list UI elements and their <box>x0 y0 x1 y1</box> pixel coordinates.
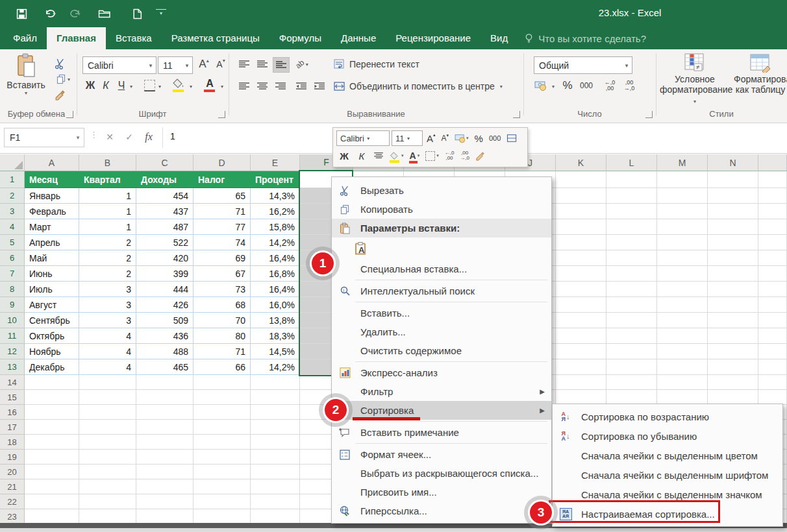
underline-dropdown-icon[interactable]: ▾ <box>127 80 135 92</box>
cell-B14[interactable] <box>79 375 136 390</box>
align-top-button[interactable] <box>236 57 252 71</box>
cell-C22[interactable] <box>136 494 194 509</box>
alignment-dialog-launcher-icon[interactable] <box>513 111 520 118</box>
tab-data[interactable]: Данные <box>331 27 386 49</box>
cell-stub7[interactable] <box>758 266 787 282</box>
cell-C6[interactable]: 420 <box>136 250 194 266</box>
cell-C20[interactable] <box>136 465 194 479</box>
mini-merge-button[interactable] <box>505 131 519 145</box>
cell-D3[interactable]: 71 <box>194 204 251 219</box>
mini-font-color-button[interactable]: А▾ <box>408 149 422 163</box>
number-dialog-launcher-icon[interactable] <box>645 111 653 118</box>
cell-A1[interactable]: Месяц <box>25 171 79 188</box>
row-header-1[interactable]: 1 <box>0 171 25 188</box>
cell-N3[interactable] <box>708 204 758 219</box>
insert-function-button[interactable]: fx <box>140 129 157 145</box>
cell-E2[interactable]: 14,3% <box>251 188 300 204</box>
cell-B17[interactable] <box>79 420 136 435</box>
cell-M8[interactable] <box>657 282 708 297</box>
enter-button[interactable]: ✓ <box>121 129 138 145</box>
cell-B19[interactable] <box>79 450 136 465</box>
cell-stub2[interactable] <box>758 188 787 204</box>
row-header-19[interactable]: 19 <box>0 450 25 465</box>
cell-C16[interactable] <box>136 405 194 420</box>
row-header-9[interactable]: 9 <box>0 297 25 313</box>
cell-N12[interactable] <box>708 344 758 359</box>
cell-D6[interactable]: 69 <box>194 250 251 266</box>
cell-C19[interactable] <box>136 450 194 465</box>
cell-E14[interactable] <box>251 375 300 390</box>
cell-C7[interactable]: 399 <box>136 266 194 282</box>
cell-B2[interactable]: 1 <box>79 188 136 204</box>
cell-A15[interactable] <box>25 390 79 405</box>
menu-item-delete[interactable]: Удалить... <box>332 322 551 341</box>
currency-button[interactable] <box>532 78 549 93</box>
cell-E23[interactable] <box>251 509 300 524</box>
cell-C13[interactable]: 465 <box>136 359 194 375</box>
cell-C12[interactable]: 488 <box>136 344 194 359</box>
cell-K6[interactable] <box>556 250 606 266</box>
cell-E21[interactable] <box>251 479 300 494</box>
mini-font-size-combo[interactable]: 11▾ <box>392 130 423 146</box>
cell-E8[interactable]: 16,4% <box>251 282 300 297</box>
cell-D15[interactable] <box>194 390 251 405</box>
cell-M11[interactable] <box>657 328 708 344</box>
cell-K12[interactable] <box>556 344 606 359</box>
submenu-item-font-color-first[interactable]: Сначала ячейки с выделенным шрифтом <box>553 465 782 485</box>
row-header-22[interactable]: 22 <box>0 494 25 509</box>
cell-stub14[interactable] <box>758 375 787 390</box>
column-header-E[interactable]: E <box>251 154 300 171</box>
cell-stub8[interactable] <box>758 282 787 297</box>
cut-button[interactable] <box>52 57 68 70</box>
cell-D21[interactable] <box>194 479 251 494</box>
font-dialog-launcher-icon[interactable] <box>218 111 225 118</box>
cell-L6[interactable] <box>606 250 657 266</box>
cell-B22[interactable] <box>79 494 136 509</box>
cell-M5[interactable] <box>657 235 708 250</box>
cell-A11[interactable]: Октябрь <box>25 328 79 344</box>
cell-L5[interactable] <box>606 235 657 250</box>
row-header-15[interactable]: 15 <box>0 390 25 405</box>
row-header-5[interactable]: 5 <box>0 235 25 250</box>
align-left-button[interactable] <box>236 79 252 93</box>
cell-C11[interactable]: 436 <box>136 328 194 344</box>
cell-E12[interactable]: 14,5% <box>251 344 300 359</box>
paste-values-button[interactable]: A <box>353 240 369 257</box>
cell-L15[interactable] <box>606 390 657 405</box>
cell-A3[interactable]: Февраль <box>25 204 79 219</box>
cell-D8[interactable]: 73 <box>194 282 251 297</box>
cell-D17[interactable] <box>194 420 251 435</box>
cell-M1[interactable] <box>657 171 708 188</box>
mini-format-painter-button[interactable] <box>473 149 487 163</box>
increase-decimal-button[interactable]: ←,0,00 <box>601 78 618 93</box>
cell-C14[interactable] <box>136 375 194 390</box>
cell-L3[interactable] <box>606 204 657 219</box>
cell-D13[interactable]: 66 <box>194 359 251 375</box>
cell-E13[interactable]: 14,2% <box>251 359 300 375</box>
menu-item-smart-lookup[interactable]: i Интеллектуальный поиск <box>332 282 551 300</box>
italic-button[interactable]: К <box>99 78 113 93</box>
mini-fill-color-button[interactable]: ▾ <box>388 149 406 163</box>
cell-N1[interactable] <box>708 171 758 188</box>
cell-A12[interactable]: Ноябрь <box>25 344 79 359</box>
align-middle-button[interactable] <box>255 57 270 71</box>
cell-D18[interactable] <box>194 435 251 450</box>
copy-dropdown-icon[interactable]: ▾ <box>68 77 70 82</box>
cell-M6[interactable] <box>657 250 708 266</box>
cell-stub4[interactable] <box>758 219 787 235</box>
cell-E1[interactable]: Процент <box>251 171 300 188</box>
new-document-button[interactable] <box>127 5 147 22</box>
cell-D11[interactable]: 80 <box>194 328 251 344</box>
borders-button[interactable] <box>143 79 156 92</box>
tab-insert[interactable]: Вставка <box>106 27 162 49</box>
shrink-font-button[interactable]: A▾ <box>213 56 229 73</box>
cell-N10[interactable] <box>708 313 758 328</box>
cell-N13[interactable] <box>708 359 758 375</box>
row-header-12[interactable]: 12 <box>0 344 25 359</box>
cell-C23[interactable] <box>136 509 194 524</box>
cell-N2[interactable] <box>708 188 758 204</box>
cell-B1[interactable]: Квартал <box>79 171 136 188</box>
fill-color-button[interactable] <box>171 77 186 91</box>
cell-C15[interactable] <box>136 390 194 405</box>
tab-page-layout[interactable]: Разметка страницы <box>162 27 269 49</box>
